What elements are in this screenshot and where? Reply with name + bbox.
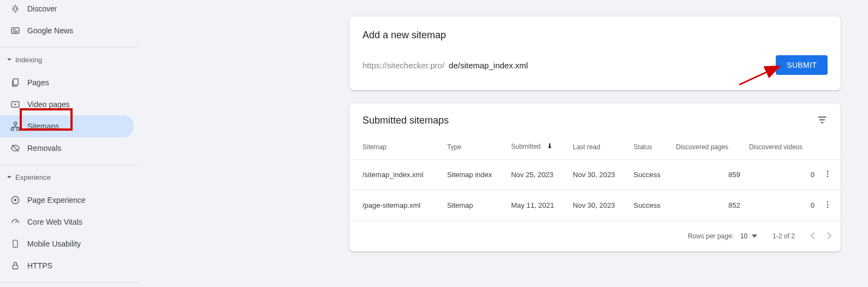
cell-last-read: Nov 30, 2023 (568, 160, 629, 190)
sidebar-item-label: Video pages (27, 100, 70, 109)
cell-submitted: Nov 25, 2023 (507, 160, 568, 190)
sidebar-item-label: Sitemaps (27, 122, 59, 131)
add-sitemap-card: Add a new sitemap https://sitechecker.pr… (349, 16, 841, 90)
rows-per-page-select[interactable]: 10 (740, 232, 757, 240)
svg-point-21 (827, 204, 829, 206)
svg-rect-15 (819, 119, 825, 120)
col-submitted-label: Submitted (511, 143, 540, 150)
row-menu-button[interactable] (819, 160, 841, 190)
svg-point-12 (15, 245, 15, 246)
add-sitemap-title: Add a new sitemap (362, 30, 828, 41)
sidebar-item-label: HTTPS (27, 261, 52, 270)
svg-rect-3 (13, 32, 18, 32)
cell-discovered-pages: 859 (671, 160, 745, 190)
table-row[interactable]: /sitemap_index.xml Sitemap index Nov 25,… (349, 160, 841, 190)
cell-sitemap: /page-sitemap.xml (349, 190, 443, 221)
sidebar: Discover Google News Indexing Pages Vide… (0, 0, 139, 287)
row-menu-button[interactable] (819, 190, 841, 221)
cell-type: Sitemap (443, 190, 507, 221)
col-sitemap[interactable]: Sitemap (349, 132, 443, 160)
svg-rect-2 (13, 31, 18, 31)
rows-per-page-value: 10 (740, 232, 747, 240)
sidebar-item-label: Google News (27, 26, 73, 35)
sidebar-item-label: Core Web Vitals (27, 218, 82, 226)
sidebar-group-experience[interactable]: Experience (0, 165, 139, 189)
filter-icon[interactable] (817, 114, 828, 127)
sidebar-group-indexing[interactable]: Indexing (0, 48, 139, 72)
table-footer: Rows per page: 10 1-2 of 2 (349, 221, 841, 251)
video-icon (10, 99, 21, 110)
news-icon (10, 25, 21, 36)
rows-per-page-label: Rows per page: (688, 232, 734, 240)
submitted-sitemaps-card: Submitted sitemaps Sitemap Type Submitte… (349, 103, 841, 251)
col-submitted[interactable]: Submitted (507, 132, 568, 160)
sidebar-item-page-experience[interactable]: Page Experience (0, 189, 134, 211)
svg-rect-13 (13, 265, 17, 269)
pagination-range: 1-2 of 2 (772, 232, 795, 240)
page-experience-icon (10, 195, 21, 206)
cell-type: Sitemap index (443, 160, 507, 190)
sidebar-item-core-web-vitals[interactable]: Core Web Vitals (0, 211, 134, 233)
sidebar-group-label: Experience (15, 173, 51, 181)
sidebar-item-label: Mobile Usability (27, 239, 81, 248)
svg-point-17 (827, 171, 829, 172)
chevron-down-icon (7, 174, 12, 180)
prev-page-button[interactable] (810, 231, 816, 242)
lock-icon (10, 260, 21, 271)
sort-desc-icon (546, 142, 554, 151)
svg-rect-8 (17, 128, 20, 131)
sidebar-item-video-pages[interactable]: Video pages (0, 93, 134, 115)
sitemap-url-input[interactable] (448, 60, 772, 71)
svg-rect-1 (13, 29, 16, 30)
svg-point-19 (827, 175, 829, 177)
sidebar-item-label: Pages (27, 78, 49, 87)
sidebar-item-label: Discover (27, 4, 57, 13)
col-discovered-videos[interactable]: Discovered videos (745, 132, 819, 160)
discover-icon (10, 3, 21, 14)
cell-discovered-videos: 0 (745, 160, 819, 190)
col-status[interactable]: Status (629, 132, 672, 160)
main-content: Add a new sitemap https://sitechecker.pr… (349, 16, 841, 265)
cell-status: Success (629, 160, 672, 190)
sitemaps-table: Sitemap Type Submitted Last read Status … (349, 132, 841, 221)
svg-rect-14 (818, 116, 827, 118)
chevron-down-icon (7, 57, 12, 62)
sidebar-item-discover[interactable]: Discover (0, 0, 134, 20)
sidebar-item-removals[interactable]: Removals (0, 137, 134, 159)
svg-rect-4 (13, 79, 18, 85)
dropdown-icon (752, 235, 757, 238)
pages-icon (10, 77, 21, 88)
sidebar-item-pages[interactable]: Pages (0, 72, 134, 93)
table-row[interactable]: /page-sitemap.xml Sitemap May 11, 2021 N… (349, 190, 841, 221)
sidebar-item-label: Removals (27, 144, 61, 153)
svg-rect-7 (11, 128, 14, 131)
submitted-sitemaps-title: Submitted sitemaps (362, 115, 449, 126)
svg-point-20 (827, 201, 829, 203)
submit-button[interactable]: SUBMIT (776, 55, 828, 75)
col-discovered-pages[interactable]: Discovered pages (671, 132, 745, 160)
sidebar-item-mobile-usability[interactable]: Mobile Usability (0, 233, 134, 255)
cell-submitted: May 11, 2021 (507, 190, 568, 221)
svg-rect-6 (14, 122, 17, 125)
cell-status: Success (629, 190, 672, 221)
mobile-icon (10, 238, 21, 249)
next-page-button[interactable] (827, 231, 832, 242)
sitemaps-icon (10, 121, 21, 132)
svg-point-18 (827, 173, 829, 175)
speed-icon (10, 216, 21, 227)
sidebar-item-label: Page Experience (27, 196, 86, 204)
col-last-read[interactable]: Last read (568, 132, 629, 160)
cell-sitemap: /sitemap_index.xml (349, 160, 443, 190)
svg-rect-16 (821, 122, 824, 123)
svg-point-10 (14, 199, 17, 202)
col-type[interactable]: Type (443, 132, 507, 160)
sidebar-group-label: Indexing (15, 56, 42, 64)
url-prefix: https://sitechecker.pro/ (362, 61, 444, 70)
cell-discovered-videos: 0 (745, 190, 819, 221)
removals-icon (10, 143, 21, 154)
sidebar-item-sitemaps[interactable]: Sitemaps (0, 115, 134, 137)
sidebar-item-google-news[interactable]: Google News (0, 20, 134, 42)
sidebar-item-https[interactable]: HTTPS (0, 255, 134, 277)
svg-point-22 (827, 206, 829, 208)
cell-last-read: Nov 30, 2023 (568, 190, 629, 221)
